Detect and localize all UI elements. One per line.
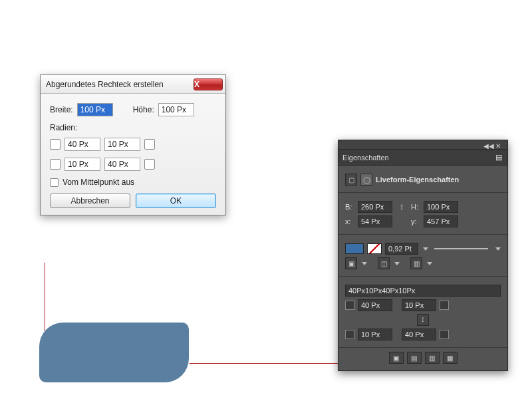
dropdown-icon[interactable] <box>495 247 501 251</box>
dialog-titlebar[interactable]: Abgerundetes Rechteck erstellen X <box>41 75 225 94</box>
height-input[interactable]: 100 Px <box>158 103 194 116</box>
corner-br-checkbox[interactable] <box>144 159 155 170</box>
pathop-subtract-icon[interactable]: ▤ <box>407 352 422 364</box>
dropdown-icon[interactable] <box>362 262 367 265</box>
annotation-line <box>190 363 339 364</box>
panel-radius-tr[interactable]: 10 Px <box>402 299 436 311</box>
pathfinder-row: ▣ ▤ ▥ ▦ <box>338 348 507 370</box>
radius-tl-input[interactable]: 40 Px <box>65 138 100 151</box>
liveshape-header: ▢ ◯ Liveform-Eigenschaften <box>338 166 507 193</box>
panel-radius-tl[interactable]: 40 Px <box>358 299 392 311</box>
radius-tr-input[interactable]: 10 Px <box>104 138 140 151</box>
corner-tl-toggle[interactable] <box>345 301 354 310</box>
radii-summary-input[interactable]: 40Px10Px40Px10Px <box>345 285 501 297</box>
dropdown-icon[interactable] <box>394 262 400 265</box>
liveshape-icon: ▢ <box>345 174 357 186</box>
dialog-body: Breite: 100 Px Höhe: 100 Px Radien: 40 P… <box>41 94 225 215</box>
dimensions-section: B: 260 Px ⟟ H: 100 Px x: 54 Px y: 457 Px <box>338 193 507 235</box>
w-label: B: <box>345 203 354 211</box>
pathop-unite-icon[interactable]: ▣ <box>389 352 404 364</box>
y-label: y: <box>411 217 420 225</box>
cancel-button[interactable]: Abbrechen <box>50 194 130 208</box>
rounded-rect-dialog: Abgerundetes Rechteck erstellen X Breite… <box>40 74 226 215</box>
ok-button[interactable]: OK <box>136 194 216 208</box>
more-options-button[interactable]: ▥ <box>410 257 422 269</box>
panel-topbar[interactable]: ◀◀ ✕ <box>338 140 507 150</box>
from-center-checkbox[interactable] <box>50 178 59 187</box>
path-options-button[interactable]: ◫ <box>378 257 390 269</box>
dropdown-icon[interactable] <box>427 262 432 265</box>
fill-swatch[interactable] <box>345 243 364 254</box>
fill-stroke-section: 0,92 Pt ▣ ◫ ▥ <box>338 235 507 277</box>
width-input[interactable]: 100 Px <box>77 103 113 116</box>
panel-menu-icon[interactable]: ▤ <box>494 153 503 162</box>
w-input[interactable]: 260 Px <box>358 201 392 213</box>
rounded-rect-shape[interactable] <box>39 323 189 382</box>
collapse-icon[interactable]: ◀◀ <box>483 142 491 147</box>
link-wh-icon[interactable]: ⟟ <box>396 203 408 211</box>
corner-bl-checkbox[interactable] <box>50 159 61 170</box>
dropdown-icon[interactable] <box>423 247 428 251</box>
panel-radius-bl[interactable]: 10 Px <box>358 329 392 340</box>
x-label: x: <box>345 217 354 225</box>
align-stroke-button[interactable]: ▣ <box>345 257 357 269</box>
radius-bl-input[interactable]: 10 Px <box>65 158 100 171</box>
tab-properties[interactable]: Eigenschaften <box>342 154 389 162</box>
stroke-weight-input[interactable]: 0,92 Pt <box>385 243 418 255</box>
stroke-style-preview[interactable] <box>434 248 488 249</box>
close-button[interactable]: X <box>194 78 223 90</box>
link-radii-icon[interactable]: ⟟ <box>417 314 429 326</box>
x-input[interactable]: 54 Px <box>358 215 392 227</box>
dialog-title: Abgerundetes Rechteck erstellen <box>46 80 194 89</box>
pathop-exclude-icon[interactable]: ▦ <box>443 352 458 364</box>
stroke-swatch[interactable] <box>367 243 382 254</box>
corner-br-toggle[interactable] <box>440 330 449 339</box>
width-label: Breite: <box>50 105 73 114</box>
y-input[interactable]: 457 Px <box>424 215 458 227</box>
radius-br-input[interactable]: 40 Px <box>104 158 140 171</box>
close-panel-icon[interactable]: ✕ <box>495 142 503 147</box>
radii-label: Radien: <box>50 123 216 132</box>
panel-tabrow: Eigenschaften ▤ <box>338 150 507 166</box>
panel-radius-br[interactable]: 40 Px <box>402 329 436 340</box>
corner-bl-toggle[interactable] <box>345 330 354 339</box>
h-label: H: <box>411 203 420 211</box>
from-center-label: Vom Mittelpunkt aus <box>63 178 134 187</box>
liveshape-heading: Liveform-Eigenschaften <box>376 176 459 184</box>
corner-tr-checkbox[interactable] <box>144 139 155 150</box>
close-icon: X <box>194 80 222 88</box>
pathop-intersect-icon[interactable]: ▥ <box>425 352 440 364</box>
corner-tl-checkbox[interactable] <box>50 139 61 150</box>
mask-icon: ◯ <box>360 174 372 186</box>
corner-tr-toggle[interactable] <box>440 301 449 310</box>
corner-radii-section: 40Px10Px40Px10Px 40 Px 10 Px ⟟ 10 Px 40 … <box>338 277 507 348</box>
height-label: Höhe: <box>133 105 154 114</box>
h-input[interactable]: 100 Px <box>424 201 458 213</box>
properties-panel: ◀◀ ✕ Eigenschaften ▤ ▢ ◯ Liveform-Eigens… <box>338 140 508 371</box>
